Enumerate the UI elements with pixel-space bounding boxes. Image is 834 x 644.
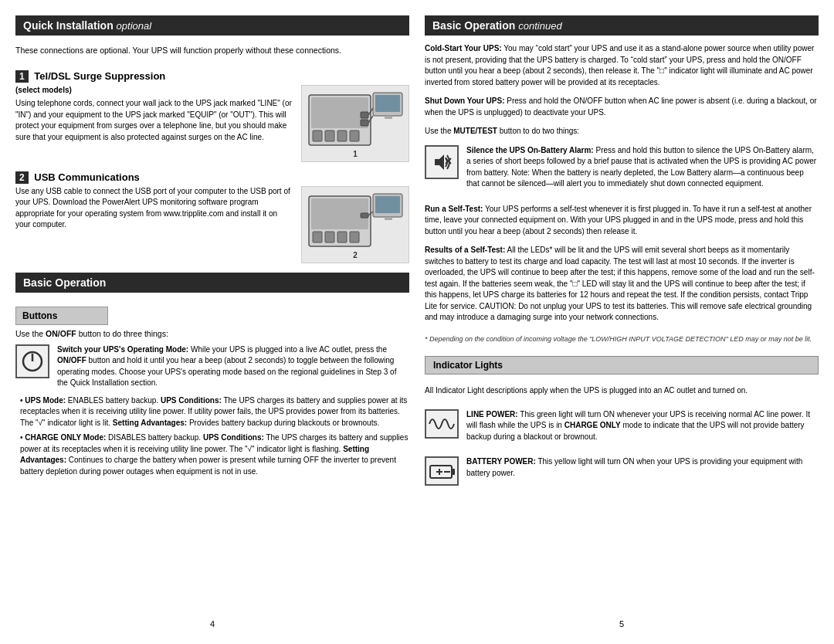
svg-rect-32 [452, 469, 455, 475]
usb-title: 2 USB Communications [15, 171, 409, 183]
svg-rect-7 [361, 120, 368, 126]
footnote-text: * Depending on the condition of incoming… [425, 334, 819, 344]
optional-label: optional [117, 20, 152, 32]
svg-rect-9 [375, 95, 400, 112]
ups-device-svg-1: 1 [305, 89, 405, 158]
svg-rect-2 [313, 130, 322, 141]
svg-marker-28 [435, 154, 444, 170]
svg-rect-4 [337, 130, 347, 141]
tel-dsl-text: (select models) Using telephone cords, c… [15, 85, 293, 144]
tel-dsl-body: Using telephone cords, connect your wall… [15, 99, 292, 141]
svg-rect-22 [375, 196, 400, 213]
continued-label: continued [518, 20, 561, 32]
usb-text: Use any USB cable to connect the USB por… [15, 186, 293, 231]
svg-rect-1 [311, 97, 368, 128]
shutdown-para: Shut Down Your UPS: Press and hold the O… [425, 96, 819, 118]
line-power-text: LINE POWER: This green light will turn O… [466, 409, 819, 443]
tel-dsl-image: 1 [301, 85, 409, 162]
basic-operation-header-left: Basic Operation [15, 273, 409, 293]
left-page-number: 4 [15, 613, 409, 629]
battery-icon [425, 456, 459, 486]
tel-dsl-section: 1 Tel/DSL Surge Suppression (select mode… [15, 70, 409, 162]
buttons-subsection: Buttons Use the ON/OFF button to do thre… [15, 307, 409, 478]
select-models-label: (select models) [15, 85, 293, 97]
charge-only-mode-text: • CHARGE ONLY Mode: DISABLES battery bac… [15, 432, 409, 477]
ups-mode-text: • UPS Mode: ENABLES battery backup. UPS … [15, 395, 409, 429]
mute-test-intro: Use the MUTE/TEST button to do two thing… [425, 126, 819, 137]
results-title: Results of a Self-Test: [425, 246, 505, 254]
cold-start-para: Cold-Start Your UPS: You may “cold start… [425, 43, 819, 88]
buttons-header: Buttons [15, 307, 108, 325]
svg-text:1: 1 [353, 150, 358, 158]
svg-rect-10 [385, 116, 392, 119]
speaker-icon [425, 145, 459, 179]
cold-start-title: Cold-Start Your UPS: [425, 44, 502, 53]
indicator-lights-intro: All Indicator Light descriptions apply w… [425, 385, 819, 397]
self-test-title: Run a Self-Test: [425, 205, 483, 213]
line-power-row: LINE POWER: This green light will turn O… [425, 409, 819, 443]
svg-rect-5 [350, 130, 359, 141]
self-test-body: Your UPS performs a self-test whenever i… [425, 205, 812, 236]
sine-wave-icon [425, 409, 459, 439]
silence-alarm-row: Silence the UPS On-Battery Alarm: Press … [425, 145, 819, 190]
svg-rect-16 [313, 232, 322, 242]
battery-power-text: BATTERY POWER: This yellow light will tu… [466, 456, 819, 479]
silence-alarm-text: Silence the UPS On-Battery Alarm: Press … [466, 145, 819, 190]
basic-operation-continued-header: Basic Operation continued [425, 15, 819, 36]
indicator-lights-header: Indicator Lights [425, 356, 819, 375]
svg-text:2: 2 [353, 251, 358, 259]
ups-device-svg-2: 2 [305, 190, 405, 259]
svg-rect-3 [325, 130, 334, 141]
svg-rect-20 [361, 213, 368, 218]
left-column: Quick Installation optional These connec… [15, 15, 409, 629]
results-body: All the LEDs* will be lit and the UPS wi… [425, 246, 815, 321]
right-column: Basic Operation continued Cold-Start You… [425, 15, 819, 629]
usb-image: 2 [301, 186, 409, 263]
tel-dsl-title: 1 Tel/DSL Surge Suppression [15, 70, 409, 82]
quick-installation-title: Quick Installation [23, 19, 114, 32]
results-para: Results of a Self-Test: All the LEDs* wi… [425, 245, 819, 324]
self-test-para: Run a Self-Test: Your UPS performs a sel… [425, 204, 819, 238]
svg-rect-15 [311, 198, 368, 229]
svg-rect-18 [337, 232, 347, 242]
right-page-number: 5 [425, 613, 819, 629]
usb-body: Use any USB cable to connect the USB por… [15, 187, 290, 229]
svg-rect-17 [325, 232, 334, 242]
shutdown-title: Shut Down Your UPS: [425, 97, 505, 105]
left-intro-text: These connections are optional. Your UPS… [15, 45, 409, 56]
svg-rect-19 [350, 232, 359, 242]
battery-power-row: BATTERY POWER: This yellow light will tu… [425, 456, 819, 486]
power-button-icon [15, 344, 49, 378]
switch-mode-text: Switch your UPS's Operating Mode: While … [57, 344, 409, 389]
quick-installation-header: Quick Installation optional [15, 15, 409, 36]
svg-rect-23 [385, 217, 392, 220]
svg-rect-6 [361, 112, 368, 118]
usb-section: 2 USB Communications Use any USB cable t… [15, 171, 409, 263]
buttons-intro: Use the ON/OFF button to do three things… [15, 329, 409, 338]
